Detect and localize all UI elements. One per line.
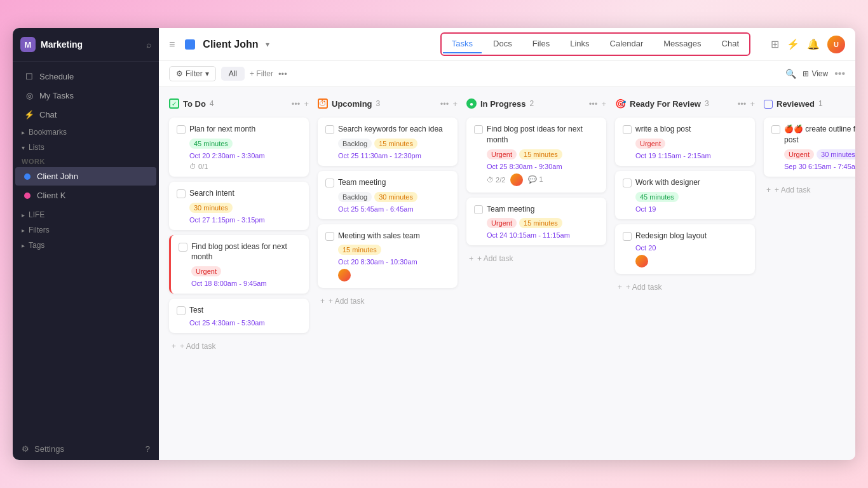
task-time: Oct 25 11:30am - 12:30pm xyxy=(338,152,450,159)
apps-icon[interactable]: ⊞ xyxy=(771,38,779,50)
sidebar-item-my-tasks[interactable]: ◎ My Tasks xyxy=(15,86,156,105)
filter-button[interactable]: ⚙ Filter ▾ xyxy=(169,66,216,81)
filter-all-button[interactable]: All xyxy=(221,67,245,81)
task-title: 🍎🍎 create outline for each blog post xyxy=(784,124,855,146)
work-section-label: WORK xyxy=(13,155,159,166)
task-card[interactable]: Team meeting Backlog 30 minutes Oct 25 5… xyxy=(318,171,458,219)
add-task-reviewed[interactable]: + + Add task xyxy=(764,182,855,198)
task-card[interactable]: Team meeting Urgent 15 minutes Oct 24 10… xyxy=(466,198,606,246)
task-badges: 45 minutes xyxy=(635,192,747,202)
add-filter-button[interactable]: + Filter xyxy=(250,69,273,78)
upcoming-add-icon[interactable]: + xyxy=(452,99,458,109)
task-checkbox[interactable] xyxy=(177,125,186,134)
task-checkbox[interactable] xyxy=(771,125,780,134)
task-checkbox[interactable] xyxy=(474,125,483,134)
task-checkbox[interactable] xyxy=(623,232,632,241)
sidebar-tasks-label: My Tasks xyxy=(39,91,74,100)
task-card[interactable]: write a blog post Urgent Oct 19 1:15am -… xyxy=(615,118,755,166)
task-checkbox[interactable] xyxy=(623,179,632,187)
column-reviewed: Reviewed 1 ••• + 🍎🍎 create outline for e… xyxy=(764,97,855,198)
sidebar-item-schedule[interactable]: ☐ Schedule xyxy=(15,67,156,86)
review-add-icon[interactable]: + xyxy=(750,99,755,109)
life-label: LIFE xyxy=(29,210,44,219)
tags-collapse[interactable]: ▸ Tags xyxy=(13,238,159,253)
add-task-review[interactable]: + + Add task xyxy=(615,279,755,295)
bell-icon[interactable]: 🔔 xyxy=(807,38,820,50)
sidebar-item-client-k[interactable]: Client K xyxy=(15,186,156,205)
task-badge: 45 minutes xyxy=(189,139,233,149)
tab-chat[interactable]: Chat xyxy=(713,35,748,53)
todo-more-icon[interactable]: ••• xyxy=(292,99,301,109)
life-collapse[interactable]: ▸ LIFE xyxy=(13,207,159,222)
task-checkbox[interactable] xyxy=(179,243,187,252)
task-card[interactable]: Test Oct 25 4:30am - 5:30am xyxy=(169,299,309,333)
lists-arrow: ▾ xyxy=(22,144,25,151)
task-meta xyxy=(338,269,450,281)
task-title: Find blog post ideas for next month xyxy=(487,124,599,146)
task-card[interactable]: Redesign blog layout Oct 20 xyxy=(615,224,755,274)
task-card[interactable]: Plan for next month 45 minutes Oct 20 2:… xyxy=(169,118,309,177)
task-checkbox[interactable] xyxy=(325,232,334,241)
filter-more-button[interactable]: ••• xyxy=(278,69,287,79)
add-task-label: + Add task xyxy=(477,254,513,263)
sidebar-item-client-john[interactable]: Client John xyxy=(15,167,156,186)
task-checkbox[interactable] xyxy=(177,306,186,315)
add-task-todo[interactable]: + + Add task xyxy=(169,338,309,355)
topbar-right-icons: ⊞ ⚡ 🔔 U xyxy=(771,36,845,53)
search-icon[interactable]: ⌕ xyxy=(146,39,151,50)
user-avatar[interactable]: U xyxy=(827,36,845,53)
bolt-icon[interactable]: ⚡ xyxy=(787,38,799,50)
view-button[interactable]: ⊞ View xyxy=(803,69,828,78)
task-card[interactable]: Find blog post ideas for next month Urge… xyxy=(466,118,606,193)
task-checkbox[interactable] xyxy=(474,205,483,214)
tab-messages[interactable]: Messages xyxy=(654,35,710,53)
tab-docs[interactable]: Docs xyxy=(484,35,521,53)
tab-tasks[interactable]: Tasks xyxy=(443,35,482,53)
search-icon-filterbar[interactable]: 🔍 xyxy=(785,69,796,79)
filters-collapse[interactable]: ▸ Filters xyxy=(13,222,159,238)
column-todo-header: ✓ To Do 4 ••• + xyxy=(169,97,309,112)
sidebar-item-chat[interactable]: ⚡ Chat xyxy=(15,105,156,124)
task-badges: 30 minutes xyxy=(189,203,301,213)
hamburger-icon[interactable]: ≡ xyxy=(169,39,175,50)
task-avatar xyxy=(510,173,523,186)
reviewed-count: 1 xyxy=(818,99,823,108)
tab-links[interactable]: Links xyxy=(561,35,598,53)
review-more-icon[interactable]: ••• xyxy=(738,99,747,109)
task-badges: Backlog 30 minutes xyxy=(338,192,450,202)
add-task-inprogress[interactable]: + + Add task xyxy=(466,250,606,267)
lists-collapse[interactable]: ▾ Lists xyxy=(13,140,159,155)
tab-calendar[interactable]: Calendar xyxy=(601,35,653,53)
upcoming-more-icon[interactable]: ••• xyxy=(440,99,449,109)
task-card[interactable]: Find blog post ideas for next month Urge… xyxy=(169,235,309,294)
project-dropdown-arrow[interactable]: ▾ xyxy=(266,40,269,49)
bookmarks-collapse[interactable]: ▸ Bookmarks xyxy=(13,125,159,140)
filter-dropdown-arrow: ▾ xyxy=(205,69,209,78)
task-card[interactable]: Meeting with sales team 15 minutes Oct 2… xyxy=(318,224,458,288)
task-header: Search keywords for each idea xyxy=(325,124,450,135)
task-title: Test xyxy=(189,305,203,316)
task-card[interactable]: 🍎🍎 create outline for each blog post Urg… xyxy=(764,118,855,177)
todo-add-icon[interactable]: + xyxy=(304,99,309,109)
task-header: 🍎🍎 create outline for each blog post xyxy=(771,124,855,146)
schedule-icon: ☐ xyxy=(24,72,34,81)
task-card[interactable]: Search keywords for each idea Backlog 15… xyxy=(318,118,458,166)
more-options-icon[interactable]: ••• xyxy=(834,68,845,79)
task-card[interactable]: Work with designer 45 minutes Oct 19 xyxy=(615,171,755,219)
tab-files[interactable]: Files xyxy=(524,35,559,53)
task-card[interactable]: Search intent 30 minutes Oct 27 1:15pm -… xyxy=(169,182,309,230)
inprogress-count: 2 xyxy=(530,99,534,108)
task-checkbox[interactable] xyxy=(325,125,334,134)
inprogress-more-icon[interactable]: ••• xyxy=(589,99,598,109)
task-checkbox[interactable] xyxy=(177,189,186,198)
settings-footer[interactable]: ⚙ Settings ? xyxy=(13,438,159,460)
add-task-upcoming[interactable]: + + Add task xyxy=(318,293,458,309)
task-title: Work with designer xyxy=(635,177,700,188)
help-icon[interactable]: ? xyxy=(146,444,150,454)
task-checkbox[interactable] xyxy=(325,179,334,187)
inprogress-add-icon[interactable]: + xyxy=(601,99,606,109)
task-header: write a blog post xyxy=(623,124,747,135)
task-checkbox[interactable] xyxy=(623,125,632,134)
task-title: Find blog post ideas for next month xyxy=(191,241,301,263)
todo-check-icon: ✓ xyxy=(169,98,179,109)
